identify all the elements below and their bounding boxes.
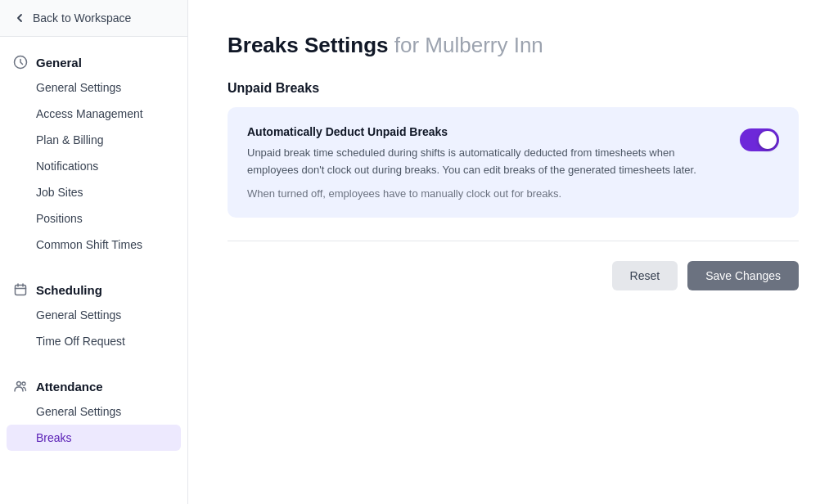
scheduling-section-header: Scheduling xyxy=(0,277,187,302)
sidebar-item-positions[interactable]: Positions xyxy=(0,205,187,232)
main-content: Breaks Settings for Mulberry Inn Unpaid … xyxy=(188,0,838,504)
attendance-label: Attendance xyxy=(36,380,103,394)
page-title: Breaks Settings for Mulberry Inn xyxy=(228,33,799,58)
toggle-thumb xyxy=(759,131,777,149)
general-section: General General Settings Access Manageme… xyxy=(0,37,187,264)
sidebar-item-access-management[interactable]: Access Management xyxy=(0,101,187,127)
sidebar: Back to Workspace General General Settin… xyxy=(0,0,188,504)
general-section-header: General xyxy=(0,50,187,74)
sidebar-item-scheduling-general[interactable]: General Settings xyxy=(0,302,187,328)
svg-point-3 xyxy=(22,382,25,385)
attendance-section-header: Attendance xyxy=(0,374,187,398)
page-title-accent: for Mulberry Inn xyxy=(394,33,543,57)
sidebar-item-job-sites[interactable]: Job Sites xyxy=(0,179,187,205)
general-label: General xyxy=(36,56,82,70)
toggle-wrap[interactable] xyxy=(740,128,779,155)
scheduling-section: Scheduling General Settings Time Off Req… xyxy=(0,264,187,361)
toggle-track xyxy=(740,128,779,151)
action-buttons: Reset Save Changes xyxy=(228,261,799,290)
sidebar-item-common-shift-times[interactable]: Common Shift Times xyxy=(0,232,187,258)
sidebar-item-time-off-request[interactable]: Time Off Request xyxy=(0,328,187,354)
section-heading: Unpaid Breaks xyxy=(228,81,799,96)
sidebar-item-notifications[interactable]: Notifications xyxy=(0,153,187,179)
sidebar-item-breaks[interactable]: Breaks xyxy=(7,425,181,451)
calendar-icon xyxy=(13,282,28,297)
attendance-section: Attendance General Settings Breaks xyxy=(0,361,187,457)
clock-icon xyxy=(13,55,28,70)
reset-button[interactable]: Reset xyxy=(612,261,678,290)
people-icon xyxy=(13,379,28,394)
back-label: Back to Workspace xyxy=(33,11,131,25)
save-button[interactable]: Save Changes xyxy=(687,261,799,290)
card-title: Automatically Deduct Unpaid Breaks xyxy=(247,125,723,138)
sidebar-item-attendance-general[interactable]: General Settings xyxy=(0,398,187,425)
scheduling-label: Scheduling xyxy=(36,283,102,297)
divider xyxy=(228,241,799,241)
page-title-bold: Breaks Settings xyxy=(228,33,394,57)
sidebar-item-plan-billing[interactable]: Plan & Billing xyxy=(0,127,187,153)
card-note: When turned off, employees have to manua… xyxy=(247,187,723,200)
sidebar-item-general-settings[interactable]: General Settings xyxy=(0,74,187,101)
auto-deduct-toggle[interactable] xyxy=(740,128,779,151)
svg-point-2 xyxy=(17,382,21,386)
arrow-left-icon xyxy=(13,11,26,25)
card-description: Unpaid break time scheduled during shift… xyxy=(247,145,723,179)
svg-rect-1 xyxy=(16,286,26,295)
card-text: Automatically Deduct Unpaid Breaks Unpai… xyxy=(247,125,723,200)
back-to-workspace[interactable]: Back to Workspace xyxy=(0,0,187,37)
unpaid-breaks-card: Automatically Deduct Unpaid Breaks Unpai… xyxy=(228,107,799,218)
